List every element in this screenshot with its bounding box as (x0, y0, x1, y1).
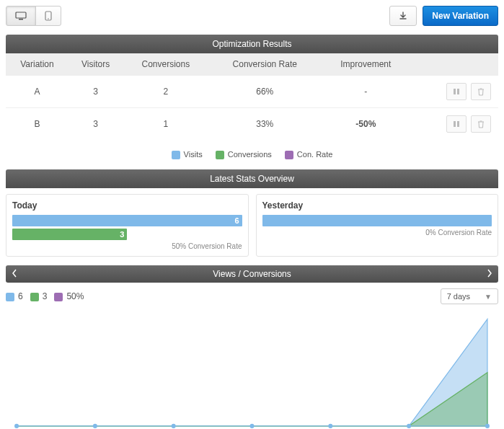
legend-con-rate: Con. Rate (297, 150, 333, 159)
today-conversions-value: 3 (120, 229, 124, 240)
download-button[interactable] (389, 6, 417, 26)
cell-conversions: 2 (123, 76, 208, 108)
cell-visitors: 3 (68, 108, 123, 141)
cell-improvement: -50% (321, 108, 411, 141)
desktop-view-button[interactable] (6, 6, 36, 26)
pause-icon (453, 88, 460, 95)
swatch-visits (172, 151, 180, 159)
cell-rate: 66% (209, 76, 322, 108)
today-box: Today 6 3 50% Conversion Rate (6, 194, 249, 257)
legend-conversions: Conversions (228, 150, 272, 159)
col-rate: Conversion Rate (209, 53, 322, 76)
prev-chart-button[interactable] (12, 268, 17, 280)
today-visits-value: 6 (234, 215, 239, 226)
desktop-icon (15, 12, 27, 20)
svg-point-3 (48, 18, 49, 19)
mini-legend: 6 3 50% (6, 291, 84, 301)
svg-rect-0 (16, 12, 26, 18)
svg-rect-6 (454, 121, 456, 127)
yesterday-rate-text: 0% Conversion Rate (262, 229, 492, 236)
swatch-visits (6, 293, 14, 301)
chart-area (6, 311, 498, 429)
cell-rate: 33% (209, 108, 322, 141)
swatch-conversions (216, 151, 224, 159)
results-header: Optimization Results (6, 35, 498, 53)
delete-button[interactable] (471, 83, 491, 100)
pause-button[interactable] (446, 115, 467, 133)
mobile-icon (45, 11, 52, 21)
views-header-nav: Views / Conversions (6, 265, 498, 283)
svg-point-16 (407, 424, 411, 428)
today-visits-bar: 6 (12, 215, 242, 226)
col-conversions: Conversions (123, 53, 208, 76)
today-conversions-bar: 3 (12, 229, 127, 240)
svg-point-15 (328, 424, 332, 428)
svg-point-12 (93, 424, 97, 428)
svg-point-17 (485, 424, 490, 428)
svg-point-13 (172, 424, 176, 428)
results-section: Optimization Results Variation Visitors … (6, 35, 498, 140)
svg-rect-7 (457, 121, 459, 127)
chevron-down-icon: ▼ (485, 293, 492, 301)
delete-button[interactable] (471, 115, 491, 133)
pause-button[interactable] (446, 83, 467, 100)
today-title: Today (12, 200, 242, 211)
download-icon (399, 12, 407, 20)
results-table: Variation Visitors Conversions Conversio… (6, 53, 498, 140)
swatch-con-rate (285, 151, 293, 159)
cell-variation: B (6, 108, 68, 141)
chevron-left-icon (12, 269, 17, 278)
svg-point-14 (249, 424, 254, 428)
svg-rect-1 (19, 19, 23, 20)
yesterday-visits-bar (262, 215, 492, 226)
range-select[interactable]: 7 days ▼ (441, 288, 498, 304)
table-row: B 3 1 33% -50% (6, 108, 498, 141)
svg-rect-5 (457, 89, 459, 94)
col-improvement: Improvement (321, 53, 411, 76)
new-variation-button[interactable]: New Variation (423, 6, 498, 26)
trash-icon (477, 120, 485, 128)
next-chart-button[interactable] (487, 268, 492, 280)
today-rate-text: 50% Conversion Rate (12, 242, 242, 250)
pause-icon (453, 120, 460, 128)
mini-conversions: 3 (43, 291, 48, 301)
views-header-label: Views / Conversions (213, 269, 291, 279)
overview-header: Latest Stats Overview (6, 169, 498, 188)
yesterday-title: Yesterday (262, 200, 492, 211)
range-select-value: 7 days (447, 292, 470, 301)
swatch-conversions (30, 293, 39, 301)
chart-legend: Visits Conversions Con. Rate (6, 150, 498, 159)
mini-visits: 6 (18, 291, 23, 301)
swatch-rate (54, 293, 63, 301)
cell-conversions: 1 (123, 108, 208, 141)
cell-improvement: - (321, 76, 411, 108)
cell-variation: A (6, 76, 68, 108)
col-visitors: Visitors (68, 53, 123, 76)
svg-marker-8 (17, 319, 487, 426)
trash-icon (477, 88, 485, 96)
legend-visits: Visits (184, 150, 203, 159)
table-row: A 3 2 66% - (6, 76, 498, 108)
mobile-view-button[interactable] (35, 6, 61, 26)
cell-visitors: 3 (68, 76, 123, 108)
top-toolbar: New Variation (6, 6, 498, 26)
col-variation: Variation (6, 53, 68, 76)
yesterday-box: Yesterday 0% Conversion Rate (256, 194, 499, 257)
svg-point-11 (14, 424, 19, 428)
chevron-right-icon (487, 269, 492, 278)
svg-rect-4 (454, 89, 456, 94)
mini-rate: 50% (66, 291, 84, 301)
